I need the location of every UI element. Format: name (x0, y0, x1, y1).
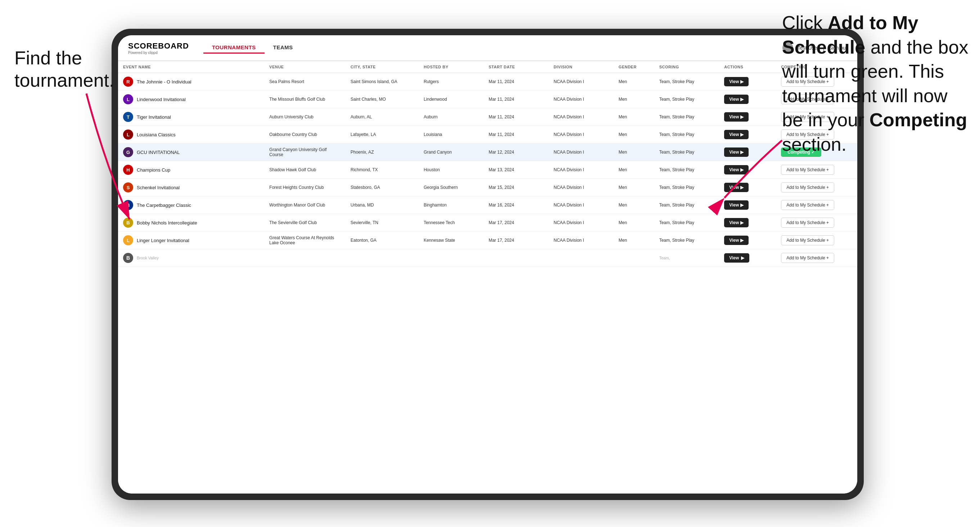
cell-actions: View ▶ (719, 232, 776, 249)
cell-date: Mar 11, 2024 (484, 90, 549, 108)
cell-venue: Shadow Hawk Golf Club (264, 161, 345, 179)
cell-competing: Add to My Schedule + (776, 232, 857, 249)
cell-city: Lafayette, LA (345, 126, 418, 143)
annotation-left-line1: Find the (14, 47, 115, 69)
arrow-right-indicator (717, 137, 789, 209)
cell-date: Mar 13, 2024 (484, 161, 549, 179)
annotation-left-line2: tournament. (14, 69, 115, 91)
cell-venue: Oakbourne Country Club (264, 126, 345, 143)
cell-event-name: T Tiger Invitational (118, 108, 264, 126)
cell-division: NCAA Division I (549, 197, 614, 214)
cell-event-name: G GCU INVITATIONAL (118, 143, 264, 161)
arrow-left-indicator (50, 90, 133, 227)
cell-venue: The Missouri Bluffs Golf Club (264, 90, 345, 108)
nav-tabs: TOURNAMENTS TEAMS (203, 42, 302, 54)
cell-event-name: L Lindenwood Invitational (118, 90, 264, 108)
cell-hosted: Kennesaw State (418, 232, 484, 249)
view-button[interactable]: View ▶ (724, 95, 748, 104)
cell-venue: The Sevierville Golf Club (264, 214, 345, 232)
cell-division: NCAA Division I (549, 108, 614, 126)
annotation-right: Click Add to My Schedule and the box wil… (782, 11, 969, 157)
event-name-text: Lindenwood Invitational (137, 97, 186, 102)
cell-division: NCAA Division I (549, 90, 614, 108)
cell-venue: Grand Canyon University Golf Course (264, 143, 345, 161)
tab-teams[interactable]: TEAMS (264, 42, 302, 54)
cell-gender: Men (614, 73, 654, 90)
cell-date: Mar 11, 2024 (484, 73, 549, 90)
cell-scoring: Team, Stroke Play (654, 90, 719, 108)
logo-text: SCOREBOARD (128, 41, 189, 51)
tab-tournaments[interactable]: TOURNAMENTS (203, 42, 264, 54)
annotation-right-after: section. (782, 134, 846, 155)
cell-venue: Forest Heights Country Club (264, 179, 345, 197)
event-name-text: Schenkel Invitational (137, 185, 180, 190)
annotation-right-before: Click (782, 12, 828, 33)
tournaments-table-container: EVENT NAME VENUE CITY, STATE HOSTED BY S… (118, 61, 857, 494)
event-name-text: The Carpetbagger Classic (137, 203, 191, 208)
add-to-schedule-button[interactable]: Add to My Schedule + (781, 217, 834, 228)
view-button[interactable]: View ▶ (724, 236, 748, 245)
tablet-screen: SCOREBOARD Powered by clippd TOURNAMENTS… (118, 35, 857, 494)
event-name-text: GCU INVITATIONAL (137, 150, 180, 155)
cell-date: Mar 11, 2024 (484, 108, 549, 126)
cell-hosted: Grand Canyon (418, 143, 484, 161)
col-header-division: DIVISION (549, 61, 614, 73)
cell-city: Richmond, TX (345, 161, 418, 179)
event-name-text: The Johnnie - O Individual (137, 79, 191, 84)
cell-hosted: Louisiana (418, 126, 484, 143)
partial-actions: View ▶ (719, 249, 776, 267)
cell-city: Saint Simons Island, GA (345, 73, 418, 90)
cell-venue: Sea Palms Resort (264, 73, 345, 90)
cell-date: Mar 16, 2024 (484, 197, 549, 214)
add-to-schedule-button[interactable]: Add to My Schedule + (781, 235, 834, 245)
app-container: SCOREBOARD Powered by clippd TOURNAMENTS… (118, 35, 857, 494)
cell-city: Phoenix, AZ (345, 143, 418, 161)
cell-scoring: Team, Stroke Play (654, 161, 719, 179)
view-button[interactable]: View ▶ (724, 218, 748, 227)
event-name-text: Louisiana Classics (137, 132, 176, 137)
cell-event-name: R The Johnnie - O Individual (118, 73, 264, 90)
table-row: L Linger Longer Invitational Great Water… (118, 232, 857, 249)
view-button[interactable]: View ▶ (724, 112, 748, 122)
cell-gender: Men (614, 179, 654, 197)
col-header-event: EVENT NAME (118, 61, 264, 73)
cell-scoring: Team, Stroke Play (654, 214, 719, 232)
cell-gender: Men (614, 161, 654, 179)
cell-city: Saint Charles, MO (345, 90, 418, 108)
col-header-venue: VENUE (264, 61, 345, 73)
cell-venue: Worthington Manor Golf Club (264, 197, 345, 214)
cell-hosted: Binghamton (418, 197, 484, 214)
table-row: B Brook Valley Team, View ▶ Add to My Sc… (118, 249, 857, 267)
cell-hosted: Rutgers (418, 73, 484, 90)
cell-hosted: Lindenwood (418, 90, 484, 108)
cell-gender: Men (614, 90, 654, 108)
table-row: B Bobby Nichols Intercollegiate The Sevi… (118, 214, 857, 232)
cell-date: Mar 15, 2024 (484, 179, 549, 197)
cell-scoring: Team, Stroke Play (654, 73, 719, 90)
view-button[interactable]: View ▶ (724, 77, 748, 86)
event-name-text: Linger Longer Invitational (137, 238, 189, 243)
col-header-hosted: HOSTED BY (418, 61, 484, 73)
cell-event-name: S Schenkel Invitational (118, 179, 264, 197)
cell-actions: View ▶ (719, 108, 776, 126)
col-header-scoring: SCORING (654, 61, 719, 73)
cell-actions: View ▶ (719, 214, 776, 232)
cell-division: NCAA Division I (549, 179, 614, 197)
view-button[interactable]: View ▶ (724, 253, 749, 263)
cell-hosted: Tennessee Tech (418, 214, 484, 232)
add-to-schedule-button[interactable]: Add to My Schedule + (781, 253, 834, 263)
logo-area: SCOREBOARD Powered by clippd (128, 41, 189, 55)
cell-division: NCAA Division I (549, 73, 614, 90)
cell-actions: View ▶ (719, 90, 776, 108)
logo-sub: Powered by clippd (128, 51, 189, 55)
cell-gender: Men (614, 232, 654, 249)
tablet-frame: SCOREBOARD Powered by clippd TOURNAMENTS… (111, 29, 864, 500)
cell-scoring: Team, Stroke Play (654, 232, 719, 249)
cell-gender: Men (614, 197, 654, 214)
cell-event-name: B Bobby Nichols Intercollegiate (118, 214, 264, 232)
cell-city: Statesboro, GA (345, 179, 418, 197)
cell-hosted: Auburn (418, 108, 484, 126)
table-row: L Lindenwood Invitational The Missouri B… (118, 90, 857, 108)
cell-division: NCAA Division I (549, 126, 614, 143)
annotation-left: Find the tournament. (14, 47, 115, 92)
